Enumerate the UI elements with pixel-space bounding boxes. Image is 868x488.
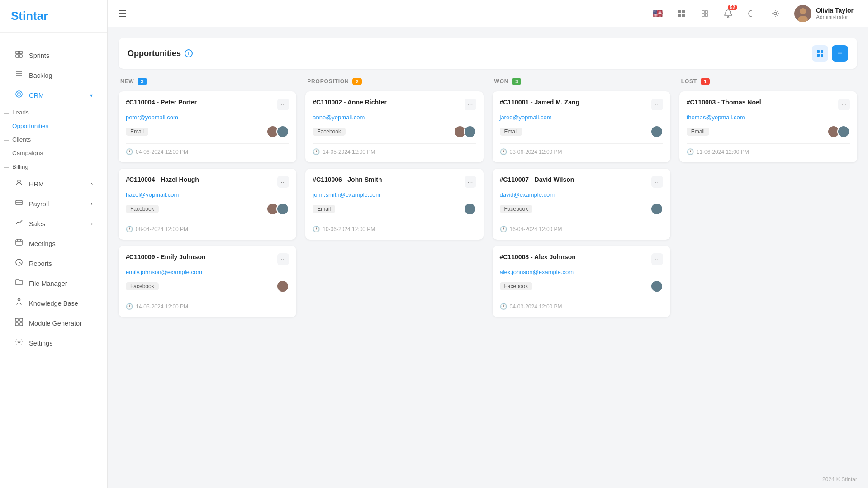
card-menu-button[interactable]: ··· xyxy=(277,176,289,188)
card-avatar xyxy=(464,125,476,138)
payroll-icon xyxy=(14,199,24,209)
sidebar-item-opportunities[interactable]: Opportunities xyxy=(0,119,107,133)
sidebar-item-billing[interactable]: Billing xyxy=(0,160,107,173)
clock-icon: 🕐 xyxy=(500,148,507,155)
svg-point-52 xyxy=(654,133,660,137)
card-tag: Email xyxy=(687,128,709,136)
card-avatars xyxy=(454,125,476,138)
card-title: #C110006 - John Smith xyxy=(313,176,382,183)
svg-point-44 xyxy=(280,288,286,292)
opportunities-label: Opportunities xyxy=(12,123,48,129)
sidebar-item-clients[interactable]: Clients xyxy=(0,133,107,146)
clock-icon: 🕐 xyxy=(126,226,133,232)
svg-point-39 xyxy=(271,205,275,209)
sidebar-item-label: Backlog xyxy=(29,72,52,79)
svg-point-41 xyxy=(281,205,285,209)
svg-rect-3 xyxy=(19,55,22,57)
column-header-proposition: PROPOSITION 2 xyxy=(305,78,483,85)
module-generator-icon xyxy=(14,318,24,328)
grid-button[interactable] xyxy=(673,5,689,22)
svg-rect-20 xyxy=(15,323,18,326)
card-menu-button[interactable]: ··· xyxy=(838,99,850,110)
card-tag: Facebook xyxy=(126,282,159,290)
svg-rect-24 xyxy=(682,10,685,13)
svg-rect-21 xyxy=(20,323,23,326)
sidebar-item-payroll[interactable]: Payroll › xyxy=(4,194,104,213)
user-name: Olivia Taylor xyxy=(816,7,854,14)
sidebar-item-hrm[interactable]: HRM › xyxy=(4,174,104,194)
sidebar-item-sales[interactable]: Sales › xyxy=(4,214,104,233)
sidebar-item-campaigns[interactable]: Campaigns xyxy=(0,147,107,160)
card-c110009: #C110009 - Emily Johnson ··· emily.johns… xyxy=(119,246,296,317)
sidebar-item-settings[interactable]: Settings xyxy=(4,333,104,353)
card-menu-button[interactable]: ··· xyxy=(651,99,663,110)
column-title-lost: LOST xyxy=(681,78,697,85)
card-menu-button[interactable]: ··· xyxy=(465,176,476,188)
card-avatar xyxy=(650,280,663,293)
page-header: Opportunities i + xyxy=(119,38,857,69)
card-avatars xyxy=(464,203,476,215)
card-c110003: #C110003 - Thomas Noel ··· thomas@yopmai… xyxy=(679,91,857,162)
app-logo: Stintar xyxy=(11,9,48,23)
svg-rect-25 xyxy=(678,14,681,17)
sidebar-item-label: Knowledge Base xyxy=(29,300,78,307)
grid-view-button[interactable] xyxy=(812,45,828,62)
sidebar-item-backlog[interactable]: Backlog xyxy=(4,66,104,85)
card-c110007: #C110007 - David Wilson ··· david@exampl… xyxy=(493,169,670,240)
user-profile[interactable]: Olivia Taylor Administrator xyxy=(791,3,857,24)
menu-toggle-button[interactable]: ☰ xyxy=(119,8,127,19)
svg-rect-26 xyxy=(682,14,685,17)
sidebar-item-knowledge-base[interactable]: Knowledge Base xyxy=(4,294,104,313)
card-menu-button[interactable]: ··· xyxy=(465,99,476,110)
info-icon[interactable]: i xyxy=(185,49,193,57)
card-avatar xyxy=(837,125,850,138)
card-menu-button[interactable]: ··· xyxy=(651,253,663,265)
sidebar-item-file-manager[interactable]: File Manager xyxy=(4,274,104,293)
sidebar-item-crm[interactable]: CRM ▾ xyxy=(4,85,104,105)
card-menu-button[interactable]: ··· xyxy=(651,176,663,188)
card-menu-button[interactable]: ··· xyxy=(277,253,289,265)
sidebar-item-reports[interactable]: Reports xyxy=(4,254,104,273)
card-title: #C110004 - Peter Porter xyxy=(126,99,197,106)
card-title: #C110004 - Hazel Hough xyxy=(126,176,199,183)
dark-mode-button[interactable] xyxy=(744,5,760,22)
svg-point-45 xyxy=(458,128,462,132)
page-content: Opportunities i + NEW 3 #C110004 xyxy=(108,27,868,471)
card-title: #C110008 - Alex Johnson xyxy=(500,253,576,261)
card-c110008: #C110008 - Alex Johnson ··· alex.johnson… xyxy=(493,246,670,317)
layout-button[interactable] xyxy=(697,5,713,22)
file-manager-icon xyxy=(14,278,24,289)
column-title-new: NEW xyxy=(120,78,134,85)
sidebar-item-label: CRM xyxy=(29,92,44,99)
add-opportunity-button[interactable]: + xyxy=(832,45,848,62)
flag-button[interactable]: 🇺🇸 xyxy=(650,5,666,22)
sidebar-item-label: Sales xyxy=(29,220,45,227)
sidebar-item-meetings[interactable]: Meetings xyxy=(4,234,104,253)
crm-icon xyxy=(14,90,24,100)
column-proposition: PROPOSITION 2 #C110002 - Anne Richter ··… xyxy=(305,78,483,246)
svg-rect-32 xyxy=(821,50,823,53)
card-avatar xyxy=(464,203,476,215)
svg-point-7 xyxy=(16,91,22,97)
svg-point-40 xyxy=(270,210,276,215)
sidebar-item-leads[interactable]: Leads xyxy=(0,106,107,119)
column-header-new: NEW 3 xyxy=(119,78,296,85)
card-avatar xyxy=(276,203,289,215)
settings-gear-button[interactable] xyxy=(767,5,783,22)
svg-point-54 xyxy=(654,210,660,215)
clock-icon: 🕐 xyxy=(500,226,507,232)
card-time: 🕐 04-06-2024 12:00 PM xyxy=(126,148,289,155)
svg-rect-1 xyxy=(19,51,22,54)
card-menu-button[interactable]: ··· xyxy=(277,99,289,110)
svg-rect-33 xyxy=(817,54,820,57)
sales-icon xyxy=(14,218,24,229)
notifications-button[interactable]: 52 xyxy=(720,5,736,22)
svg-point-29 xyxy=(800,8,806,14)
column-title-proposition: PROPOSITION xyxy=(307,78,349,85)
sidebar-item-sprints[interactable]: Sprints xyxy=(4,46,104,65)
clock-icon: 🕐 xyxy=(126,148,133,155)
card-email: thomas@yopmail.com xyxy=(687,114,850,121)
column-header-won: WON 3 xyxy=(493,78,670,85)
sidebar-item-module-generator[interactable]: Module Generator xyxy=(4,313,104,333)
sidebar: Stintar Sprints Backlog CRM ▾ Leads xyxy=(0,0,108,488)
